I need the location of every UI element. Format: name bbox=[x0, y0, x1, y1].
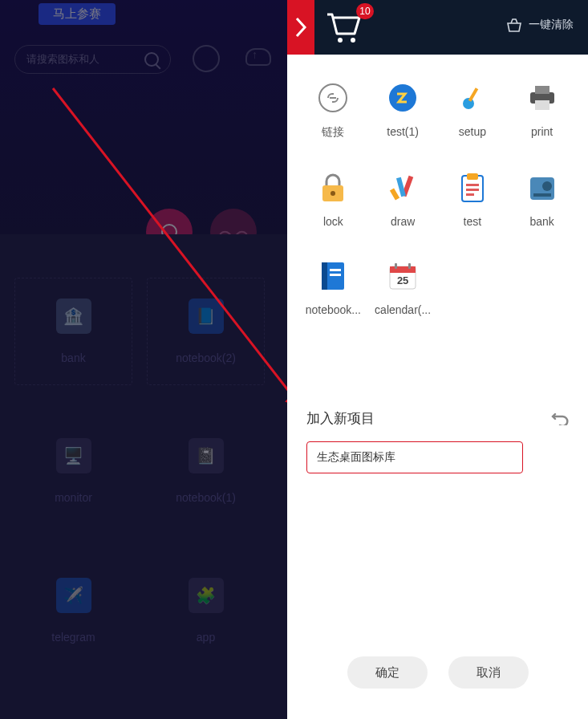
svg-rect-29 bbox=[395, 263, 397, 269]
panel-header: 10 一键清除 bbox=[287, 0, 588, 55]
svg-rect-6 bbox=[468, 87, 478, 102]
cart-item-label: calendar(... bbox=[375, 303, 431, 316]
calendar-icon: 25 bbox=[387, 260, 419, 292]
svg-rect-22 bbox=[533, 193, 551, 197]
cart-item-calendar[interactable]: 25 calendar(... bbox=[370, 260, 436, 316]
lock-icon bbox=[317, 172, 349, 204]
cart-item-label: test(1) bbox=[387, 125, 419, 138]
clear-label: 一键清除 bbox=[529, 18, 574, 32]
dialog-buttons: 确定 取消 bbox=[287, 656, 588, 689]
cart-item-label: draw bbox=[391, 215, 415, 228]
svg-point-21 bbox=[542, 181, 552, 191]
calendar-day: 25 bbox=[387, 274, 419, 286]
svg-point-2 bbox=[351, 38, 355, 43]
project-name-input[interactable] bbox=[306, 441, 523, 473]
cart-item-draw[interactable]: draw bbox=[370, 172, 436, 228]
svg-point-5 bbox=[463, 98, 474, 109]
bank-icon bbox=[526, 172, 558, 204]
basket-icon bbox=[506, 18, 522, 32]
svg-rect-9 bbox=[535, 100, 549, 110]
cancel-button[interactable]: 取消 bbox=[448, 656, 529, 689]
chevron-right-icon bbox=[294, 17, 307, 38]
svg-rect-24 bbox=[322, 262, 327, 290]
clear-all-button[interactable]: 一键清除 bbox=[506, 18, 574, 32]
cart-item-label: lock bbox=[323, 215, 343, 228]
cart-item-print[interactable]: print bbox=[509, 82, 575, 140]
cart-item-setup[interactable]: setup bbox=[440, 82, 506, 140]
svg-rect-25 bbox=[330, 269, 341, 271]
cart-item-label: print bbox=[531, 125, 553, 138]
cart-item-label: bank bbox=[529, 215, 554, 228]
cart-item-bank[interactable]: bank bbox=[509, 172, 575, 228]
cart-item-test[interactable]: test bbox=[440, 172, 506, 228]
cart-item-label: 链接 bbox=[322, 125, 344, 140]
cart-item-lock[interactable]: lock bbox=[300, 172, 367, 228]
cart-item-label: setup bbox=[459, 125, 486, 138]
svg-rect-12 bbox=[390, 188, 399, 200]
svg-rect-14 bbox=[396, 177, 406, 197]
svg-rect-19 bbox=[466, 193, 474, 196]
link-icon bbox=[317, 82, 349, 114]
svg-rect-18 bbox=[466, 189, 479, 191]
confirm-button[interactable]: 确定 bbox=[347, 656, 428, 689]
cart-item-link[interactable]: 链接 bbox=[300, 82, 367, 140]
print-icon bbox=[526, 82, 558, 114]
svg-rect-26 bbox=[330, 274, 341, 276]
cart-item-notebook[interactable]: notebook... bbox=[300, 260, 367, 316]
cart-count-badge: 10 bbox=[356, 3, 374, 19]
setup-icon bbox=[456, 82, 489, 114]
notebook-icon bbox=[317, 260, 349, 292]
cart-item-label: test bbox=[464, 215, 482, 228]
testball-icon bbox=[387, 82, 419, 114]
svg-point-11 bbox=[330, 191, 335, 196]
svg-point-1 bbox=[338, 38, 343, 43]
svg-rect-8 bbox=[535, 86, 549, 94]
cart-item-test1[interactable]: test(1) bbox=[370, 82, 436, 140]
collapse-button[interactable] bbox=[287, 0, 314, 55]
svg-rect-30 bbox=[408, 263, 411, 269]
svg-rect-28 bbox=[390, 266, 416, 273]
undo-button[interactable] bbox=[551, 408, 569, 425]
draw-icon bbox=[387, 172, 419, 204]
clipboard-icon bbox=[456, 172, 489, 204]
cart-items-grid: 链接 test(1) setup print lock bbox=[287, 55, 588, 316]
section-title-new-project: 加入新项目 bbox=[306, 409, 375, 428]
cart-item-label: notebook... bbox=[306, 303, 361, 316]
svg-rect-17 bbox=[466, 184, 479, 186]
cart-panel: 10 一键清除 链接 test(1) setup bbox=[287, 0, 588, 719]
svg-rect-16 bbox=[467, 173, 478, 180]
